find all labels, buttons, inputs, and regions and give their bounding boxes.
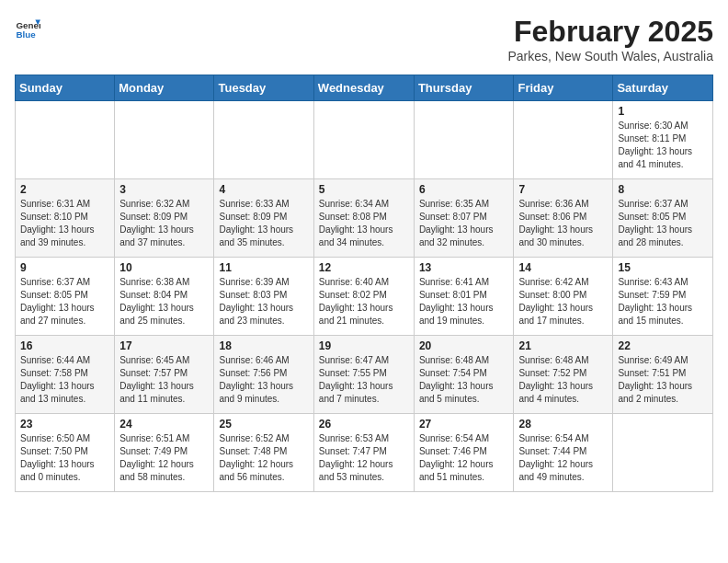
logo: General Blue [15, 15, 40, 40]
day-info: Sunrise: 6:54 AM Sunset: 7:44 PM Dayligh… [518, 432, 608, 484]
day-number: 5 [319, 183, 409, 196]
calendar-day: 18Sunrise: 6:46 AM Sunset: 7:56 PM Dayli… [214, 336, 313, 414]
calendar-day: 26Sunrise: 6:53 AM Sunset: 7:47 PM Dayli… [313, 414, 414, 492]
day-info: Sunrise: 6:48 AM Sunset: 7:54 PM Dayligh… [419, 354, 509, 406]
week-row-1: 1Sunrise: 6:30 AM Sunset: 8:11 PM Daylig… [16, 101, 713, 179]
calendar-day: 25Sunrise: 6:52 AM Sunset: 7:48 PM Dayli… [214, 414, 313, 492]
day-info: Sunrise: 6:37 AM Sunset: 8:05 PM Dayligh… [618, 198, 708, 249]
day-number: 20 [419, 339, 509, 352]
calendar-day: 2Sunrise: 6:31 AM Sunset: 8:10 PM Daylig… [16, 179, 115, 258]
day-number: 4 [219, 183, 308, 196]
day-info: Sunrise: 6:31 AM Sunset: 8:10 PM Dayligh… [20, 198, 109, 249]
calendar-day: 23Sunrise: 6:50 AM Sunset: 7:50 PM Dayli… [16, 414, 115, 492]
day-number: 12 [319, 261, 409, 274]
week-row-2: 2Sunrise: 6:31 AM Sunset: 8:10 PM Daylig… [16, 179, 713, 258]
weekday-tuesday: Tuesday [214, 75, 313, 101]
day-number: 16 [20, 339, 109, 352]
day-number: 19 [319, 339, 409, 352]
day-number: 10 [119, 261, 209, 274]
day-info: Sunrise: 6:49 AM Sunset: 7:51 PM Dayligh… [618, 354, 708, 406]
calendar-day: 13Sunrise: 6:41 AM Sunset: 8:01 PM Dayli… [414, 258, 514, 336]
calendar-day: 3Sunrise: 6:32 AM Sunset: 8:09 PM Daylig… [115, 179, 214, 258]
calendar-day: 14Sunrise: 6:42 AM Sunset: 8:00 PM Dayli… [514, 258, 613, 336]
day-info: Sunrise: 6:47 AM Sunset: 7:55 PM Dayligh… [319, 354, 409, 406]
calendar-day [313, 101, 414, 179]
calendar-day: 17Sunrise: 6:45 AM Sunset: 7:57 PM Dayli… [115, 336, 214, 414]
day-number: 25 [219, 418, 308, 431]
day-number: 8 [618, 183, 708, 196]
calendar-day: 5Sunrise: 6:34 AM Sunset: 8:08 PM Daylig… [313, 179, 414, 258]
day-number: 18 [219, 339, 308, 352]
day-number: 24 [119, 418, 209, 431]
day-info: Sunrise: 6:48 AM Sunset: 7:52 PM Dayligh… [518, 354, 608, 406]
day-number: 11 [219, 261, 308, 274]
calendar-day: 28Sunrise: 6:54 AM Sunset: 7:44 PM Dayli… [514, 414, 613, 492]
day-info: Sunrise: 6:44 AM Sunset: 7:58 PM Dayligh… [20, 354, 109, 406]
day-info: Sunrise: 6:34 AM Sunset: 8:08 PM Dayligh… [319, 198, 409, 249]
day-number: 13 [419, 261, 509, 274]
day-info: Sunrise: 6:38 AM Sunset: 8:04 PM Dayligh… [119, 276, 209, 327]
day-number: 1 [618, 105, 708, 118]
day-number: 15 [618, 261, 708, 274]
calendar-day: 22Sunrise: 6:49 AM Sunset: 7:51 PM Dayli… [613, 336, 713, 414]
calendar-day: 1Sunrise: 6:30 AM Sunset: 8:11 PM Daylig… [613, 101, 713, 179]
calendar-day [414, 101, 514, 179]
weekday-sunday: Sunday [16, 75, 115, 101]
day-number: 22 [618, 339, 708, 352]
day-info: Sunrise: 6:35 AM Sunset: 8:07 PM Dayligh… [419, 198, 509, 249]
day-info: Sunrise: 6:36 AM Sunset: 8:06 PM Dayligh… [518, 198, 608, 249]
calendar-day: 27Sunrise: 6:54 AM Sunset: 7:46 PM Dayli… [414, 414, 514, 492]
day-info: Sunrise: 6:51 AM Sunset: 7:49 PM Dayligh… [119, 432, 209, 484]
calendar-day: 11Sunrise: 6:39 AM Sunset: 8:03 PM Dayli… [214, 258, 313, 336]
calendar-subtitle: Parkes, New South Wales, Australia [507, 49, 713, 63]
day-number: 28 [518, 418, 608, 431]
calendar-day [115, 101, 214, 179]
day-info: Sunrise: 6:30 AM Sunset: 8:11 PM Dayligh… [618, 120, 708, 171]
day-number: 26 [319, 418, 409, 431]
day-number: 7 [518, 183, 608, 196]
week-row-4: 16Sunrise: 6:44 AM Sunset: 7:58 PM Dayli… [16, 336, 713, 414]
logo-icon: General Blue [15, 15, 40, 40]
day-number: 6 [419, 183, 509, 196]
weekday-monday: Monday [115, 75, 214, 101]
day-number: 27 [419, 418, 509, 431]
weekday-header-row: SundayMondayTuesdayWednesdayThursdayFrid… [16, 75, 713, 101]
calendar-day: 7Sunrise: 6:36 AM Sunset: 8:06 PM Daylig… [514, 179, 613, 258]
day-number: 9 [20, 261, 109, 274]
day-info: Sunrise: 6:40 AM Sunset: 8:02 PM Dayligh… [319, 276, 409, 327]
day-info: Sunrise: 6:42 AM Sunset: 8:00 PM Dayligh… [518, 276, 608, 327]
day-info: Sunrise: 6:32 AM Sunset: 8:09 PM Dayligh… [119, 198, 209, 249]
title-block: February 2025 Parkes, New South Wales, A… [507, 15, 713, 63]
day-info: Sunrise: 6:53 AM Sunset: 7:47 PM Dayligh… [319, 432, 409, 484]
calendar-day [514, 101, 613, 179]
calendar-day: 8Sunrise: 6:37 AM Sunset: 8:05 PM Daylig… [613, 179, 713, 258]
calendar-day: 19Sunrise: 6:47 AM Sunset: 7:55 PM Dayli… [313, 336, 414, 414]
calendar-day: 6Sunrise: 6:35 AM Sunset: 8:07 PM Daylig… [414, 179, 514, 258]
weekday-thursday: Thursday [414, 75, 514, 101]
day-info: Sunrise: 6:46 AM Sunset: 7:56 PM Dayligh… [219, 354, 308, 406]
day-info: Sunrise: 6:39 AM Sunset: 8:03 PM Dayligh… [219, 276, 308, 327]
weekday-friday: Friday [514, 75, 613, 101]
calendar-day: 12Sunrise: 6:40 AM Sunset: 8:02 PM Dayli… [313, 258, 414, 336]
day-info: Sunrise: 6:50 AM Sunset: 7:50 PM Dayligh… [20, 432, 109, 484]
day-info: Sunrise: 6:54 AM Sunset: 7:46 PM Dayligh… [419, 432, 509, 484]
week-row-3: 9Sunrise: 6:37 AM Sunset: 8:05 PM Daylig… [16, 258, 713, 336]
calendar-day [613, 414, 713, 492]
calendar-day: 9Sunrise: 6:37 AM Sunset: 8:05 PM Daylig… [16, 258, 115, 336]
weekday-wednesday: Wednesday [313, 75, 414, 101]
calendar-day: 20Sunrise: 6:48 AM Sunset: 7:54 PM Dayli… [414, 336, 514, 414]
calendar-day: 21Sunrise: 6:48 AM Sunset: 7:52 PM Dayli… [514, 336, 613, 414]
day-info: Sunrise: 6:33 AM Sunset: 8:09 PM Dayligh… [219, 198, 308, 249]
day-number: 2 [20, 183, 109, 196]
calendar-title: February 2025 [507, 15, 713, 49]
day-info: Sunrise: 6:41 AM Sunset: 8:01 PM Dayligh… [419, 276, 509, 327]
calendar-day [16, 101, 115, 179]
page-header: General Blue February 2025 Parkes, New S… [15, 15, 713, 63]
day-info: Sunrise: 6:52 AM Sunset: 7:48 PM Dayligh… [219, 432, 308, 484]
calendar-day: 24Sunrise: 6:51 AM Sunset: 7:49 PM Dayli… [115, 414, 214, 492]
day-number: 3 [119, 183, 209, 196]
day-number: 23 [20, 418, 109, 431]
day-number: 17 [119, 339, 209, 352]
svg-text:Blue: Blue [16, 29, 36, 40]
day-info: Sunrise: 6:45 AM Sunset: 7:57 PM Dayligh… [119, 354, 209, 406]
